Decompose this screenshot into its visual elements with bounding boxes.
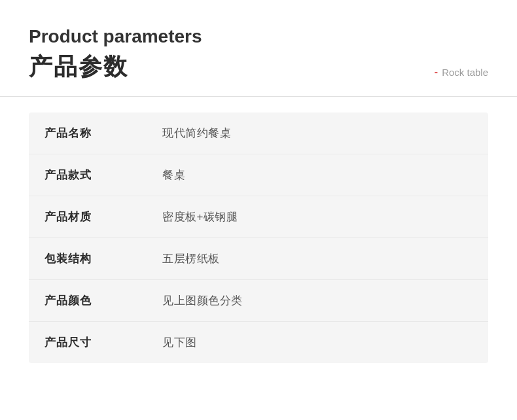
param-value-5: 见下图 (162, 335, 197, 350)
param-value-2: 密度板+碳钢腿 (162, 209, 238, 224)
param-key-5: 产品尺寸 (45, 335, 162, 350)
param-value-4: 见上图颜色分类 (162, 293, 243, 308)
param-row: 包装结构五层楞纸板 (29, 238, 488, 280)
param-key-4: 产品颜色 (45, 293, 162, 308)
param-value-1: 餐桌 (162, 167, 185, 183)
param-key-2: 产品材质 (45, 209, 162, 224)
param-row: 产品尺寸见下图 (29, 322, 488, 363)
rock-table-label: - Rock table (435, 66, 488, 78)
param-value-3: 五层楞纸板 (162, 251, 220, 266)
param-key-3: 包装结构 (45, 251, 162, 266)
param-key-1: 产品款式 (45, 167, 162, 183)
rock-table-text: Rock table (442, 67, 488, 78)
param-row: 产品名称现代简约餐桌 (29, 113, 488, 154)
product-parameters-title-en: Product parameters (29, 26, 202, 47)
product-parameters-title-zh: 产品参数 (29, 51, 202, 83)
param-row: 产品颜色见上图颜色分类 (29, 280, 488, 322)
param-key-0: 产品名称 (45, 126, 162, 141)
rock-table-dash: - (435, 66, 438, 78)
param-row: 产品款式餐桌 (29, 154, 488, 196)
param-value-0: 现代简约餐桌 (162, 126, 231, 141)
title-group: Product parameters 产品参数 (29, 26, 202, 83)
param-row: 产品材质密度板+碳钢腿 (29, 196, 488, 238)
header-section: Product parameters 产品参数 - Rock table (0, 0, 517, 97)
params-table: 产品名称现代简约餐桌产品款式餐桌产品材质密度板+碳钢腿包装结构五层楞纸板产品颜色… (29, 113, 488, 363)
